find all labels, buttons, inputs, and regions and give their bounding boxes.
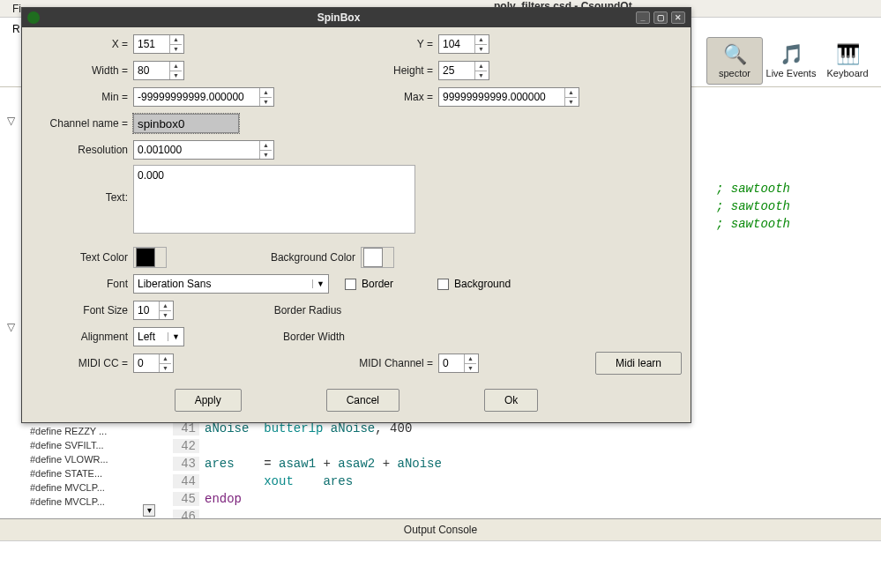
background-checkbox[interactable] <box>437 279 449 290</box>
alignment-combo[interactable]: Left ▼ <box>133 327 184 346</box>
bg-color-button[interactable] <box>361 247 394 268</box>
minimize-icon[interactable]: _ <box>636 11 650 24</box>
font-combo[interactable]: Liberation Sans ▼ <box>133 274 329 294</box>
spinbox-properties-dialog: SpinBox _ ▢ ✕ X = ▲▼ Y = ▲▼ Width = ▲▼ <box>21 7 691 423</box>
stepper-up-icon[interactable]: ▲ <box>565 88 577 98</box>
code-text: xout ares <box>205 474 353 488</box>
stepper-down-icon[interactable]: ▼ <box>170 45 182 54</box>
menu-r-initial[interactable]: R <box>12 23 20 35</box>
resolution-input[interactable] <box>134 141 259 159</box>
code-comment: ; sawtooth <box>716 180 790 197</box>
height-input[interactable] <box>439 62 474 79</box>
stepper-down-icon[interactable]: ▼ <box>465 364 476 373</box>
alignment-label: Alignment <box>31 331 133 343</box>
close-icon[interactable]: ✕ <box>671 11 685 24</box>
maximize-icon[interactable]: ▢ <box>653 11 668 24</box>
max-input[interactable] <box>439 88 564 106</box>
border-checkbox[interactable] <box>345 279 356 290</box>
font-size-input[interactable] <box>134 301 159 319</box>
min-input[interactable] <box>134 88 259 106</box>
midi-cc-input[interactable] <box>134 354 159 372</box>
code-editor[interactable]: 41aNoise butterlp aNoise, 4004243ares = … <box>173 420 702 525</box>
width-spinner[interactable]: ▲▼ <box>133 61 184 80</box>
y-input[interactable] <box>439 35 474 53</box>
text-field[interactable]: 0.000 <box>133 165 415 234</box>
code-comment: ; sawtooth <box>716 215 790 233</box>
x-input[interactable] <box>134 35 169 53</box>
code-line[interactable]: 45endop <box>173 490 702 508</box>
stepper-up-icon[interactable]: ▲ <box>170 35 182 45</box>
define-item[interactable]: #define MVCLP... <box>30 495 158 509</box>
chevron-down-icon[interactable]: ▼ <box>312 279 328 288</box>
border-checklabel: Border <box>362 278 393 290</box>
code-line[interactable]: 44 xout ares <box>173 473 702 490</box>
stepper-down-icon[interactable]: ▼ <box>260 98 272 107</box>
define-item[interactable]: #define REZZY ... <box>30 424 158 438</box>
stepper-down-icon[interactable]: ▼ <box>160 364 171 373</box>
stepper-up-icon[interactable]: ▲ <box>475 62 487 71</box>
x-spinner[interactable]: ▲▼ <box>133 34 184 54</box>
channel-name-input[interactable] <box>133 114 239 133</box>
output-console-tab[interactable]: Output Console <box>0 518 881 541</box>
max-spinner[interactable]: ▲▼ <box>438 87 579 107</box>
stepper-up-icon[interactable]: ▲ <box>475 35 487 45</box>
min-spinner[interactable]: ▲▼ <box>133 87 274 107</box>
toolbar-right: 🔍spector🎵Live Events🎹Keyboard <box>706 37 876 85</box>
y-spinner[interactable]: ▲▼ <box>438 34 489 54</box>
chevron-down-icon[interactable]: ▼ <box>168 332 183 341</box>
stepper-down-icon[interactable]: ▼ <box>170 71 182 80</box>
toolbar-spector[interactable]: 🔍spector <box>706 37 763 85</box>
toolbar-live-events[interactable]: 🎵Live Events <box>763 37 819 85</box>
midi-channel-input[interactable] <box>439 354 464 372</box>
stepper-up-icon[interactable]: ▲ <box>160 301 171 311</box>
line-number: 42 <box>173 439 199 453</box>
line-number: 41 <box>173 421 199 435</box>
stepper-up-icon[interactable]: ▲ <box>260 88 272 98</box>
text-color-button[interactable] <box>133 247 167 268</box>
menu-file-initial[interactable]: Fi <box>12 3 21 15</box>
toolbar-keyboard[interactable]: 🎹Keyboard <box>819 37 876 85</box>
define-item[interactable]: #define VLOWR... <box>30 452 158 466</box>
define-item[interactable]: #define MVCLP... <box>30 480 158 495</box>
height-spinner[interactable]: ▲▼ <box>438 61 489 80</box>
width-input[interactable] <box>134 62 169 79</box>
toolbar-label: Live Events <box>766 68 817 78</box>
code-comment: ; sawtooth <box>716 197 790 215</box>
midi-learn-button[interactable]: Midi learn <box>595 352 682 375</box>
y-label: Y = <box>184 38 438 50</box>
stepper-down-icon[interactable]: ▼ <box>260 151 272 160</box>
width-label: Width = <box>31 64 133 77</box>
font-size-label: Font Size <box>31 304 133 316</box>
define-item[interactable]: #define STATE... <box>30 466 158 480</box>
panel-collapse-icon[interactable]: ▽ <box>7 115 21 127</box>
stepper-up-icon[interactable]: ▲ <box>260 141 272 151</box>
toolbar-label: spector <box>719 68 750 78</box>
x-label: X = <box>31 38 133 50</box>
cancel-button[interactable]: Cancel <box>326 389 399 412</box>
code-line[interactable]: 42 <box>173 437 702 455</box>
define-item[interactable]: #define SVFILT... <box>30 438 158 452</box>
midi-channel-spinner[interactable]: ▲▼ <box>438 354 479 373</box>
background-checklabel: Background <box>454 278 511 290</box>
ok-button[interactable]: Ok <box>484 389 538 412</box>
height-label: Height = <box>184 64 438 77</box>
font-size-spinner[interactable]: ▲▼ <box>133 301 174 320</box>
stepper-up-icon[interactable]: ▲ <box>160 354 171 364</box>
line-number: 44 <box>173 474 199 488</box>
midi-cc-spinner[interactable]: ▲▼ <box>133 354 174 373</box>
stepper-up-icon[interactable]: ▲ <box>465 354 476 364</box>
code-text: ares = asaw1 + asaw2 + aNoise <box>205 457 442 471</box>
panel-collapse-icon[interactable]: ▽ <box>7 321 21 333</box>
stepper-down-icon[interactable]: ▼ <box>475 71 487 80</box>
dialog-titlebar[interactable]: SpinBox _ ▢ ✕ <box>22 8 691 27</box>
resolution-spinner[interactable]: ▲▼ <box>133 140 274 160</box>
apply-button[interactable]: Apply <box>175 389 242 412</box>
defines-dropdown-icon[interactable]: ▾ <box>143 504 155 517</box>
defines-list: #define REZZY ...#define SVFILT...#defin… <box>30 421 158 509</box>
stepper-down-icon[interactable]: ▼ <box>565 98 577 107</box>
code-line[interactable]: 43ares = asaw1 + asaw2 + aNoise <box>173 455 702 473</box>
stepper-down-icon[interactable]: ▼ <box>475 45 487 54</box>
midi-cc-label: MIDI CC = <box>31 357 133 369</box>
stepper-up-icon[interactable]: ▲ <box>170 62 182 71</box>
stepper-down-icon[interactable]: ▼ <box>160 311 171 320</box>
